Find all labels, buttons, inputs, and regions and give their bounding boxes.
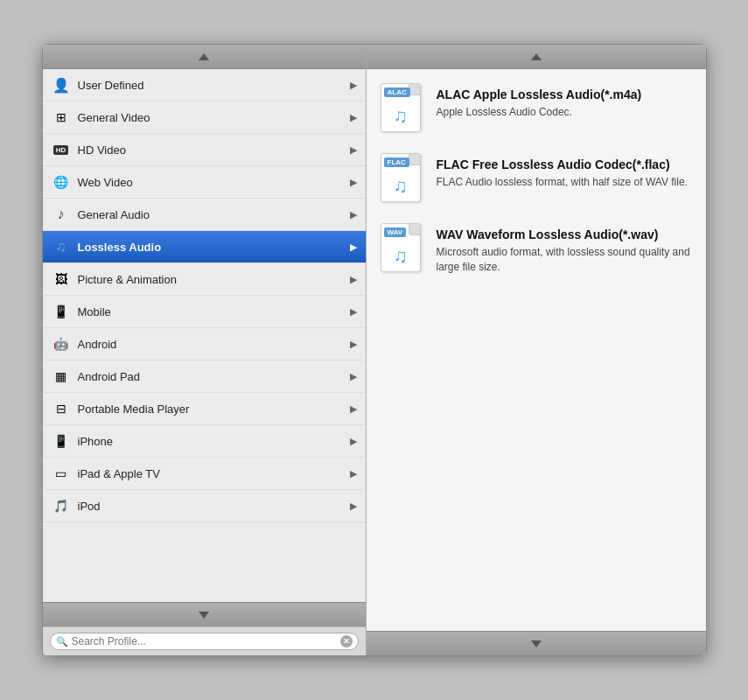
label-user-defined: User Defined bbox=[78, 79, 343, 92]
menu-item-web-video[interactable]: 🌐 Web Video ▶ bbox=[43, 166, 366, 199]
note-icon-wav: ♫ bbox=[393, 245, 408, 268]
search-icon: 🔍 bbox=[56, 636, 68, 648]
icon-lossless-audio: ♫ bbox=[52, 237, 71, 256]
label-portable-media-player: Portable Media Player bbox=[78, 402, 343, 416]
android-icon: 🤖 bbox=[53, 337, 68, 351]
menu-item-mobile[interactable]: 📱 Mobile ▶ bbox=[43, 296, 366, 328]
format-item-flac[interactable]: FLAC ♫ FLAC Free Lossless Audio Codec(*.… bbox=[381, 153, 692, 206]
file-icon-alac: ALAC ♫ bbox=[381, 83, 421, 132]
right-panel-bottom-bar[interactable] bbox=[367, 631, 706, 655]
media-player-icon: ⊟ bbox=[56, 402, 66, 416]
scroll-up-arrow bbox=[199, 53, 209, 60]
label-hd-video: HD Video bbox=[78, 144, 343, 157]
format-icon-alac: ALAC ♫ bbox=[381, 83, 424, 136]
menu-item-android[interactable]: 🤖 Android ▶ bbox=[43, 328, 366, 360]
chevron-hd-video: ▶ bbox=[350, 144, 357, 156]
chevron-lossless-audio: ▶ bbox=[350, 242, 357, 253]
format-info-flac: FLAC Free Lossless Audio Codec(*.flac) F… bbox=[437, 153, 692, 190]
label-picture-animation: Picture & Animation bbox=[78, 273, 343, 286]
icon-android-pad: ▦ bbox=[52, 367, 71, 386]
menu-item-general-video[interactable]: ⊞ General Video ▶ bbox=[43, 102, 366, 134]
icon-android: 🤖 bbox=[52, 334, 71, 354]
menu-item-ipod[interactable]: 🎵 iPod ▶ bbox=[43, 490, 366, 522]
user-icon: 👤 bbox=[52, 77, 70, 94]
label-lossless-audio: Lossless Audio bbox=[78, 241, 343, 254]
icon-general-video: ⊞ bbox=[52, 108, 71, 127]
label-iphone: iPhone bbox=[78, 435, 343, 448]
menu-item-portable-media-player[interactable]: ⊟ Portable Media Player ▶ bbox=[43, 393, 366, 425]
hd-icon: HD bbox=[53, 145, 69, 155]
format-list: ALAC ♫ ALAC Apple Lossless Audio(*.m4a) … bbox=[367, 69, 706, 631]
right-panel: ALAC ♫ ALAC Apple Lossless Audio(*.m4a) … bbox=[367, 45, 706, 655]
ipad-icon: ▭ bbox=[55, 466, 66, 480]
label-android-pad: Android Pad bbox=[78, 370, 343, 383]
picture-icon: 🖼 bbox=[55, 272, 67, 286]
menu-item-user-defined[interactable]: 👤 User Defined ▶ bbox=[43, 69, 366, 102]
note-icon-flac: ♫ bbox=[393, 175, 408, 198]
chevron-ipod: ▶ bbox=[350, 500, 357, 512]
label-android: Android bbox=[78, 338, 343, 351]
menu-item-ipad-appletv[interactable]: ▭ iPad & Apple TV ▶ bbox=[43, 458, 366, 490]
format-item-wav[interactable]: WAV ♫ WAV Waveform Lossless Audio(*.wav)… bbox=[381, 223, 692, 276]
format-icon-flac: FLAC ♫ bbox=[381, 153, 424, 206]
chevron-mobile: ▶ bbox=[350, 306, 357, 318]
scroll-down-arrow bbox=[199, 612, 209, 619]
menu-item-lossless-audio[interactable]: ♫ Lossless Audio ▶ bbox=[43, 231, 366, 263]
badge-alac: ALAC bbox=[384, 88, 410, 97]
file-icon-wav: WAV ♫ bbox=[381, 223, 421, 272]
format-info-wav: WAV Waveform Lossless Audio(*.wav) Micro… bbox=[437, 223, 692, 275]
chevron-web-video: ▶ bbox=[350, 177, 357, 188]
format-title-alac: ALAC Apple Lossless Audio(*.m4a) bbox=[437, 87, 692, 102]
left-panel-bottom-bar[interactable] bbox=[43, 602, 366, 626]
chevron-android-pad: ▶ bbox=[350, 371, 357, 382]
menu-item-iphone[interactable]: 📱 iPhone ▶ bbox=[43, 425, 366, 458]
format-item-alac[interactable]: ALAC ♫ ALAC Apple Lossless Audio(*.m4a) … bbox=[381, 83, 692, 136]
format-icon-wav: WAV ♫ bbox=[381, 223, 424, 276]
search-clear-button[interactable]: ✕ bbox=[340, 635, 353, 648]
mobile-icon: 📱 bbox=[53, 304, 68, 318]
android-pad-icon: ▦ bbox=[55, 369, 66, 383]
chevron-user-defined: ▶ bbox=[350, 80, 357, 91]
grid-icon: ⊞ bbox=[56, 110, 66, 124]
chevron-iphone: ▶ bbox=[350, 436, 357, 447]
menu-item-android-pad[interactable]: ▦ Android Pad ▶ bbox=[43, 360, 366, 393]
search-bar: 🔍 ✕ bbox=[43, 626, 366, 655]
menu-item-general-audio[interactable]: ♪ General Audio ▶ bbox=[43, 199, 366, 231]
iphone-icon: 📱 bbox=[53, 434, 68, 448]
label-general-video: General Video bbox=[78, 111, 343, 124]
chevron-picture-animation: ▶ bbox=[350, 274, 357, 285]
category-menu: 👤 User Defined ▶ ⊞ General Video ▶ HD HD… bbox=[43, 69, 366, 602]
format-title-flac: FLAC Free Lossless Audio Codec(*.flac) bbox=[437, 157, 692, 172]
web-icon: 🌐 bbox=[53, 175, 68, 189]
search-input[interactable] bbox=[72, 635, 337, 648]
format-title-wav: WAV Waveform Lossless Audio(*.wav) bbox=[437, 227, 692, 242]
menu-item-picture-animation[interactable]: 🖼 Picture & Animation ▶ bbox=[43, 263, 366, 296]
left-panel-top-bar[interactable] bbox=[43, 45, 366, 69]
icon-portable-media-player: ⊟ bbox=[52, 399, 71, 418]
chevron-android: ▶ bbox=[350, 339, 357, 350]
right-panel-top-bar[interactable] bbox=[367, 45, 706, 69]
chevron-ipad-appletv: ▶ bbox=[350, 468, 357, 480]
lossless-icon: ♫ bbox=[56, 239, 66, 255]
icon-ipad-appletv: ▭ bbox=[52, 464, 71, 483]
icon-user-defined: 👤 bbox=[52, 75, 71, 94]
file-icon-flac: FLAC ♫ bbox=[381, 153, 421, 202]
icon-general-audio: ♪ bbox=[52, 205, 71, 224]
left-panel: 👤 User Defined ▶ ⊞ General Video ▶ HD HD… bbox=[43, 45, 367, 655]
chevron-general-audio: ▶ bbox=[350, 209, 357, 220]
chevron-general-video: ▶ bbox=[350, 112, 357, 123]
search-wrapper: 🔍 ✕ bbox=[50, 633, 359, 650]
label-mobile: Mobile bbox=[78, 305, 343, 318]
format-desc-alac: Apple Lossless Audio Codec. bbox=[437, 105, 692, 120]
label-web-video: Web Video bbox=[78, 176, 343, 189]
chevron-portable-media-player: ▶ bbox=[350, 403, 357, 415]
icon-ipod: 🎵 bbox=[52, 496, 71, 515]
badge-flac: FLAC bbox=[384, 158, 409, 167]
ipod-icon: 🎵 bbox=[53, 499, 68, 513]
menu-item-hd-video[interactable]: HD HD Video ▶ bbox=[43, 134, 366, 166]
icon-iphone: 📱 bbox=[52, 431, 71, 451]
format-desc-wav: Microsoft audio format, with lossless so… bbox=[437, 245, 692, 275]
label-general-audio: General Audio bbox=[78, 208, 343, 221]
badge-wav: WAV bbox=[384, 228, 407, 237]
icon-mobile: 📱 bbox=[52, 302, 71, 321]
